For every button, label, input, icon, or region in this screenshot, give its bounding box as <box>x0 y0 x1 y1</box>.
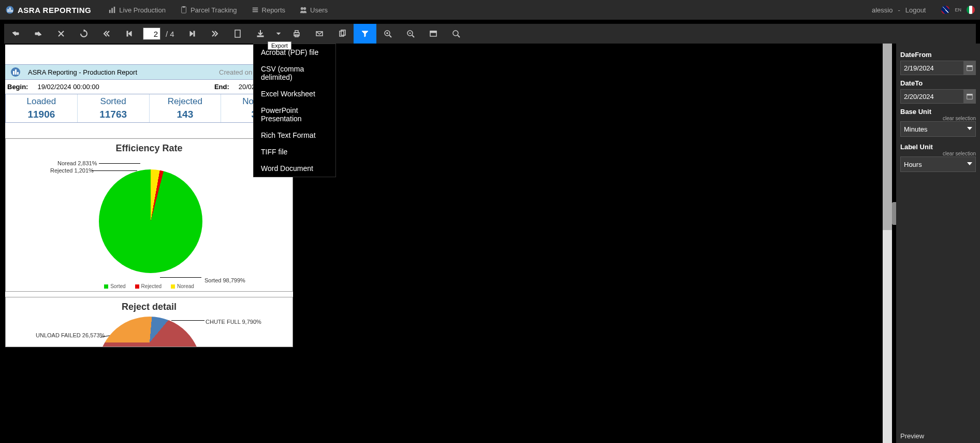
page-indicator: / 4 <box>141 24 181 44</box>
logout-link[interactable]: Logout <box>905 6 926 14</box>
labelunit-select[interactable]: Hours <box>900 156 976 172</box>
export-item-ppt[interactable]: PowerPoint Presentation <box>254 102 335 127</box>
callout-rejected: Rejected 1,201% <box>50 167 94 174</box>
report-document: ASRA Reporting - Production Report Creat… <box>5 45 293 347</box>
svg-rect-19 <box>295 31 298 33</box>
export-item-word[interactable]: Word Document <box>254 160 335 177</box>
export-tooltip: Export <box>268 41 291 50</box>
svg-rect-36 <box>967 94 973 96</box>
svg-rect-1 <box>8 9 9 12</box>
brand-label: ASRA REPORTING <box>18 6 91 15</box>
report-header: ASRA Reporting - Production Report Creat… <box>5 64 293 80</box>
svg-rect-34 <box>967 66 973 67</box>
svg-rect-31 <box>15 69 17 75</box>
nav-reports[interactable]: Reports <box>244 6 293 14</box>
copy-button[interactable] <box>331 24 354 44</box>
nav-parcel-tracking[interactable]: Parcel Tracking <box>173 6 244 14</box>
svg-rect-10 <box>252 9 258 10</box>
refresh-button[interactable] <box>72 24 95 44</box>
datefrom-label: DateFrom <box>900 51 976 59</box>
pie-chart-icon <box>99 169 202 273</box>
chart-icon <box>109 6 116 13</box>
nav-live-production[interactable]: Live Production <box>101 6 173 14</box>
svg-rect-2 <box>9 8 10 12</box>
svg-rect-7 <box>182 7 186 13</box>
list-icon <box>252 6 259 13</box>
last-page-button[interactable] <box>203 24 226 44</box>
chart-title: Efficiency Rate <box>6 143 292 154</box>
svg-rect-27 <box>430 31 436 33</box>
print-button[interactable] <box>285 24 308 44</box>
svg-rect-11 <box>252 11 258 12</box>
search-button[interactable] <box>445 24 467 44</box>
stat-loaded: Loaded11906 <box>6 94 78 122</box>
svg-point-12 <box>301 7 303 10</box>
brand[interactable]: ASRA REPORTING <box>5 5 91 15</box>
user-name: alessio <box>872 6 893 14</box>
calendar-icon[interactable] <box>963 89 976 104</box>
svg-rect-5 <box>112 8 113 13</box>
filter-button[interactable] <box>354 24 376 44</box>
scrollbar[interactable] <box>883 44 892 443</box>
panel-collapse-handle[interactable] <box>892 202 896 225</box>
next-page-button[interactable] <box>181 24 203 44</box>
export-menu: Acrobat (PDF) file CSV (comma delimited)… <box>253 44 336 177</box>
svg-point-28 <box>453 31 458 36</box>
svg-rect-4 <box>109 10 111 13</box>
chart-title: Reject detail <box>6 302 292 312</box>
page-setup-button[interactable] <box>226 24 249 44</box>
svg-rect-15 <box>194 31 195 36</box>
flag-uk-icon[interactable] <box>941 6 949 14</box>
scroll-thumb[interactable] <box>883 44 892 230</box>
preview-button[interactable]: Preview <box>900 432 924 440</box>
back-button[interactable] <box>4 24 27 44</box>
export-item-csv[interactable]: CSV (comma delimited) <box>254 61 335 85</box>
export-dropdown-button[interactable] <box>272 24 285 44</box>
svg-rect-30 <box>13 71 14 75</box>
callout-noread: Noread 2,831% <box>57 160 97 166</box>
baseunit-select[interactable]: Minutes <box>900 121 976 137</box>
first-page-button[interactable] <box>95 24 118 44</box>
stat-sorted: Sorted11763 <box>78 94 150 122</box>
chart-legend: Sorted Rejected Noread <box>6 283 292 289</box>
fullscreen-button[interactable] <box>422 24 445 44</box>
export-item-tiff[interactable]: TIFF file <box>254 144 335 160</box>
labelunit-label: Label Unit <box>900 143 976 151</box>
export-item-pdf[interactable]: Acrobat (PDF) file <box>254 44 335 61</box>
export-item-excel[interactable]: Excel Worksheet <box>254 85 335 102</box>
chart-efficiency-rate: Efficiency Rate Noread 2,831% Rejected 1… <box>5 138 293 292</box>
clear-selection-link[interactable]: clear selection <box>900 151 976 156</box>
callout-sorted: Sorted 98,799% <box>204 277 245 283</box>
callout-chute: CHUTE FULL 9,790% <box>206 319 261 325</box>
nav-label: Users <box>310 6 328 14</box>
export-item-rtf[interactable]: Rich Text Format <box>254 127 335 144</box>
chevron-down-icon <box>967 127 972 130</box>
top-nav: ASRA REPORTING Live Production Parcel Tr… <box>0 0 980 20</box>
forward-button[interactable] <box>27 24 50 44</box>
export-button[interactable] <box>249 24 272 44</box>
begin-value: 19/02/2024 00:00:00 <box>37 83 99 91</box>
flag-it-icon[interactable] <box>967 6 975 14</box>
lang-label: EN <box>955 7 961 12</box>
nav-users[interactable]: Users <box>292 6 335 14</box>
users-icon <box>300 6 307 13</box>
calendar-icon[interactable] <box>963 61 976 75</box>
callout-unload: UNLOAD FAILED 26,573% <box>36 332 105 338</box>
stats-row: Loaded11906 Sorted11763 Rejected143 Nore… <box>5 94 293 123</box>
user-area: alessio - Logout EN <box>872 6 975 14</box>
svg-rect-16 <box>235 30 240 37</box>
prev-page-button[interactable] <box>118 24 141 44</box>
clear-selection-link[interactable]: clear selection <box>900 116 976 121</box>
zoom-out-button[interactable] <box>399 24 422 44</box>
report-date-range: Begin: 19/02/2024 00:00:00 End: 20/02/20… <box>5 80 293 94</box>
report-title: ASRA Reporting - Production Report <box>28 68 137 76</box>
email-button[interactable] <box>308 24 331 44</box>
svg-rect-3 <box>11 10 12 12</box>
end-label: End: <box>214 83 229 91</box>
svg-rect-17 <box>257 36 264 37</box>
stop-button[interactable] <box>50 24 72 44</box>
begin-label: Begin: <box>7 83 28 91</box>
page-input[interactable] <box>143 27 160 40</box>
zoom-in-button[interactable] <box>376 24 399 44</box>
svg-rect-8 <box>182 6 185 8</box>
